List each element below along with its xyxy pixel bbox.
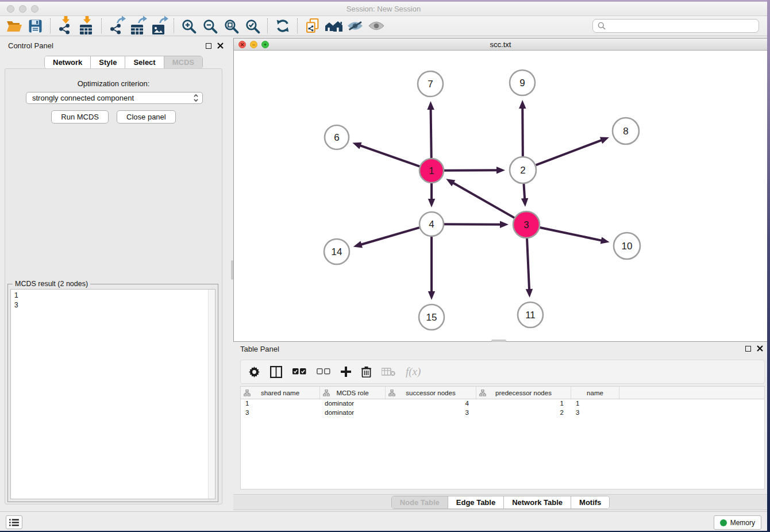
desktop-edge-right [767, 0, 770, 532]
table-cell[interactable]: 1 [241, 399, 320, 408]
zoom-selected-icon [245, 18, 260, 34]
canvas-scroll-nub[interactable] [491, 340, 506, 342]
export-network-icon [109, 17, 124, 34]
tab-network-table[interactable]: Network Table [504, 496, 571, 508]
column-header-predecessor-nodes[interactable]: predecessor nodes [476, 387, 571, 399]
control-panel-float-icon[interactable] [206, 43, 211, 49]
app-window: Session: New Session [0, 0, 770, 532]
graph-edge[interactable] [540, 228, 602, 241]
function-builder-button[interactable]: f(x) [406, 365, 421, 378]
zoom-out-button[interactable] [199, 16, 221, 36]
graph-edge[interactable] [360, 228, 419, 245]
table-tabs: Node Table Edge Table Network Table Moti… [391, 496, 610, 509]
import-network-icon [58, 17, 73, 34]
table-cell[interactable]: 1 [571, 399, 619, 408]
mcds-result-group: MCDS result (2 nodes) 1 3 [7, 284, 218, 502]
table-row[interactable]: 1dominator411 [241, 399, 764, 408]
column-header-name[interactable]: name [571, 387, 619, 399]
result-scrollbar[interactable] [208, 290, 215, 499]
tab-mcds[interactable]: MCDS [164, 56, 202, 68]
control-panel-tabs: Network Style Select MCDS [44, 56, 203, 69]
import-table-button[interactable] [76, 16, 97, 36]
column-label: name [587, 390, 603, 396]
save-session-button[interactable] [25, 16, 46, 36]
open-session-button[interactable] [3, 16, 25, 36]
hide-selected-button[interactable] [344, 16, 365, 36]
delete-column-button[interactable] [361, 366, 371, 377]
toolbar-separator [50, 18, 51, 33]
search-input[interactable] [592, 19, 759, 33]
toolbar-separator [267, 18, 268, 33]
table-cell[interactable]: 3 [241, 408, 320, 418]
control-panel-close-icon[interactable] [217, 43, 224, 49]
run-mcds-button[interactable]: Run MCDS [51, 110, 109, 124]
export-table-icon [130, 17, 145, 34]
graph-edge[interactable] [522, 107, 523, 156]
tab-node-table[interactable]: Node Table [392, 496, 448, 508]
tab-network[interactable]: Network [45, 56, 91, 68]
split-panel-button[interactable] [270, 366, 282, 378]
zoom-fit-button[interactable] [221, 16, 242, 36]
mcds-result-title: MCDS result (2 nodes) [13, 280, 90, 288]
network-window-titlebar[interactable]: ✕ − + scc.txt [234, 38, 767, 51]
deselect-all-checkboxes-button[interactable] [317, 368, 330, 375]
graph-edge-arrowhead [352, 142, 361, 149]
table-tabs-strip: Node Table Edge Table Network Table Moti… [233, 494, 768, 510]
graph-edge[interactable] [431, 109, 432, 158]
table-cell[interactable]: 3 [571, 408, 619, 418]
graph-edge-arrowhead [521, 198, 528, 207]
list-icon [9, 519, 19, 526]
network-canvas[interactable]: 7968124314101511 [234, 51, 767, 341]
graph-edge[interactable] [360, 145, 420, 167]
task-history-button[interactable] [6, 515, 22, 529]
result-line: 3 [14, 300, 215, 310]
graph-node-label: 3 [523, 219, 529, 230]
export-table-button[interactable] [127, 16, 148, 36]
table-panel-float-icon[interactable] [745, 346, 751, 352]
toolbar-separator [101, 18, 102, 33]
zoom-selected-button[interactable] [242, 16, 263, 36]
table-settings-button[interactable] [249, 367, 260, 377]
graph-edge[interactable] [536, 140, 602, 165]
duplicate-network-button[interactable] [302, 16, 323, 36]
memory-button[interactable]: Memory [714, 515, 761, 530]
table-cell[interactable]: 3 [386, 408, 476, 418]
main-titlebar: Session: New Session [0, 2, 767, 16]
tab-edge-table[interactable]: Edge Table [448, 496, 504, 508]
tab-motifs[interactable]: Motifs [571, 496, 609, 508]
memory-status-icon [720, 519, 727, 526]
graph-node-label: 11 [525, 310, 536, 321]
select-all-checkboxes-button[interactable] [292, 368, 306, 375]
export-network-button[interactable] [106, 16, 127, 36]
delete-table-button[interactable] [382, 368, 395, 376]
zoom-in-button[interactable] [178, 16, 199, 36]
table-cell[interactable]: dominator [320, 408, 386, 418]
table-panel-close-icon[interactable] [757, 345, 763, 352]
column-header-successor-nodes[interactable]: successor nodes [386, 387, 476, 399]
zoom-in-icon [181, 18, 197, 34]
graph-edge[interactable] [452, 183, 514, 218]
table-cell[interactable]: dominator [320, 399, 386, 408]
graph-edge[interactable] [527, 238, 529, 290]
tab-select[interactable]: Select [125, 56, 164, 68]
canvas-scroll-nub-left[interactable] [231, 260, 233, 280]
optimization-criterion-select[interactable]: strongly connected component [26, 92, 203, 104]
graph-edge[interactable] [444, 170, 498, 171]
home-neighbors-button[interactable] [323, 16, 344, 36]
table-cell[interactable]: 2 [476, 408, 571, 418]
close-panel-button[interactable]: Close panel [117, 110, 176, 124]
add-column-button[interactable] [341, 367, 351, 377]
table-cell[interactable]: 1 [476, 399, 571, 408]
import-network-button[interactable] [55, 16, 76, 36]
show-all-button[interactable] [365, 16, 387, 36]
graph-edge[interactable] [524, 184, 525, 199]
tab-style[interactable]: Style [91, 56, 125, 68]
mcds-result-text[interactable]: 1 3 [10, 289, 215, 499]
column-header-MCDS-role[interactable]: MCDS role [320, 387, 386, 399]
graph-edge[interactable] [444, 224, 501, 225]
export-image-button[interactable] [148, 16, 170, 36]
column-header-shared-name[interactable]: shared name [241, 387, 320, 399]
table-cell[interactable]: 4 [386, 399, 476, 408]
refresh-button[interactable] [272, 16, 293, 36]
table-row[interactable]: 3dominator323 [241, 408, 764, 418]
